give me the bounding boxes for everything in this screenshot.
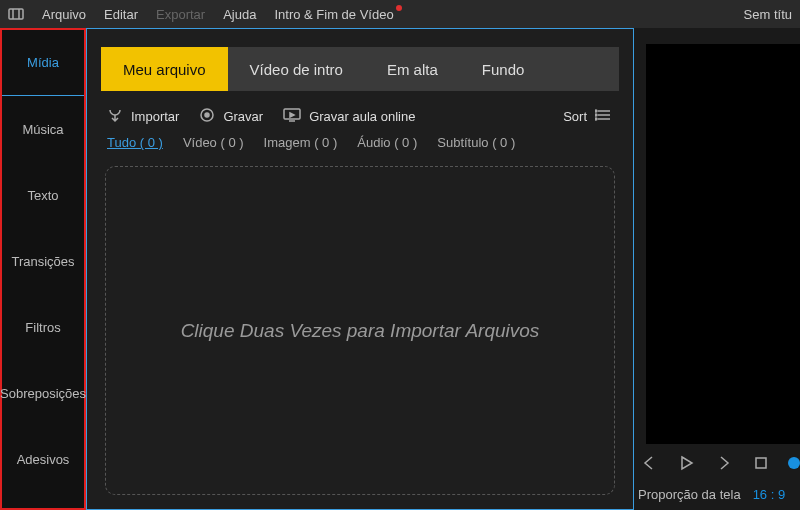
filter-imagem[interactable]: Imagem ( 0 ) [264,135,338,150]
menu-editar[interactable]: Editar [104,7,138,22]
stop-button[interactable] [751,452,773,474]
tab-meu-arquivo[interactable]: Meu arquivo [101,47,228,91]
tab-em-alta[interactable]: Em alta [365,47,460,91]
list-icon [595,108,613,125]
aspect-ratio-value[interactable]: 16 : 9 [753,487,786,502]
dropzone-text: Clique Duas Vezes para Importar Arquivos [181,320,540,342]
sidebar-item-midia[interactable]: Mídia [2,30,84,96]
menu-bar: Arquivo Editar Exportar Ajuda Intro & Fi… [0,0,800,28]
record-button[interactable]: Gravar [199,107,263,126]
sort-label: Sort [563,109,587,124]
svg-point-5 [595,114,597,116]
tab-video-intro[interactable]: Vídeo de intro [228,47,365,91]
filter-audio[interactable]: Áudio ( 0 ) [357,135,417,150]
sidebar-item-adesivos[interactable]: Adesivos [2,426,84,492]
media-tabs: Meu arquivo Vídeo de intro Em alta Fundo [101,47,619,91]
next-button[interactable] [713,452,735,474]
prev-button[interactable] [638,452,660,474]
sidebar-item-musica[interactable]: Música [2,96,84,162]
sidebar-item-texto[interactable]: Texto [2,162,84,228]
svg-point-6 [595,118,597,120]
media-filters: Tudo ( 0 ) Vídeo ( 0 ) Imagem ( 0 ) Áudi… [87,135,633,160]
media-toolbar: Importar Gravar Gravar aula online Sort [87,97,633,135]
preview-viewport [646,44,800,444]
record-icon [199,107,215,126]
aspect-ratio-row: Proporção da tela 16 : 9 [634,487,800,502]
sort-button[interactable]: Sort [563,108,613,125]
sidebar-item-transicoes[interactable]: Transições [2,228,84,294]
sidebar-item-filtros[interactable]: Filtros [2,294,84,360]
tab-fundo[interactable]: Fundo [460,47,547,91]
filter-subtitulo[interactable]: Subtítulo ( 0 ) [437,135,515,150]
monitor-icon [283,107,301,126]
app-icon [8,6,24,22]
import-label: Importar [131,109,179,124]
svg-rect-7 [756,458,766,468]
preview-pane: Proporção da tela 16 : 9 [634,28,800,510]
svg-point-4 [595,110,597,112]
media-panel: Meu arquivo Vídeo de intro Em alta Fundo… [86,28,634,510]
menu-intro-fim[interactable]: Intro & Fim de Vídeo [274,7,393,22]
filter-tudo[interactable]: Tudo ( 0 ) [107,135,163,150]
sidebar-item-sobreposicoes[interactable]: Sobreposições [2,360,84,426]
svg-point-2 [205,113,209,117]
main-area: Mídia Música Texto Transições Filtros So… [0,28,800,510]
menu-arquivo[interactable]: Arquivo [42,7,86,22]
record-label: Gravar [223,109,263,124]
transport-controls [634,452,800,474]
svg-rect-0 [9,9,23,19]
menu-ajuda[interactable]: Ajuda [223,7,256,22]
tab-tail [546,47,554,91]
aspect-ratio-label: Proporção da tela [638,487,741,502]
import-icon [107,107,123,126]
sidebar: Mídia Música Texto Transições Filtros So… [0,28,86,510]
record-online-label: Gravar aula online [309,109,415,124]
import-button[interactable]: Importar [107,107,179,126]
menu-exportar[interactable]: Exportar [156,7,205,22]
play-button[interactable] [676,452,698,474]
marker-dot-icon[interactable] [788,457,800,469]
import-dropzone[interactable]: Clique Duas Vezes para Importar Arquivos [105,166,615,495]
window-title: Sem títu [744,7,792,22]
filter-video[interactable]: Vídeo ( 0 ) [183,135,244,150]
record-online-button[interactable]: Gravar aula online [283,107,415,126]
